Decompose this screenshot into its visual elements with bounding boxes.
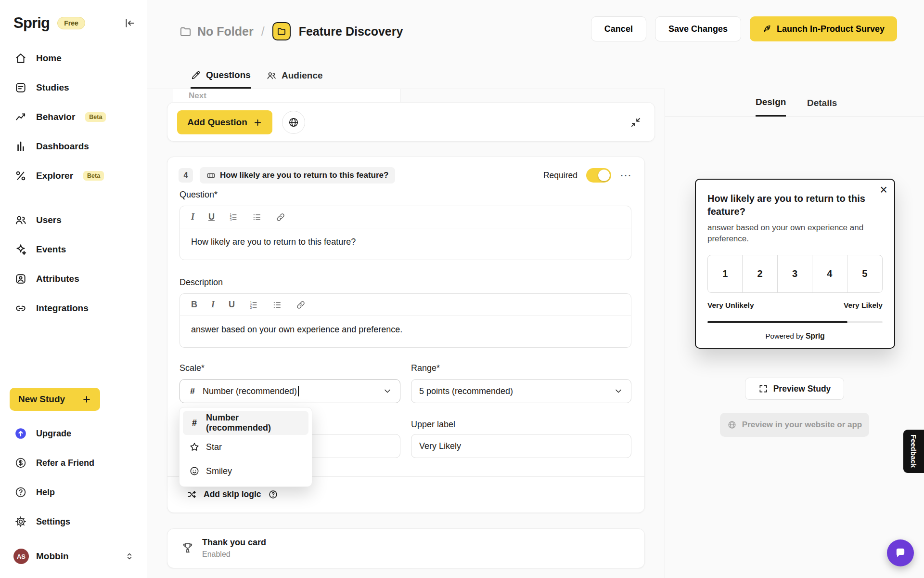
- beta-badge: Beta: [83, 171, 104, 181]
- svg-text:3: 3: [250, 305, 252, 309]
- feedback-tab[interactable]: Feedback: [903, 430, 924, 473]
- sidebar-item-dashboards[interactable]: Dashboards: [0, 131, 147, 161]
- sidebar-item-users[interactable]: Users: [0, 205, 147, 235]
- sidebar-item-label: Home: [36, 53, 62, 64]
- link-icon[interactable]: [276, 212, 285, 222]
- dots-menu-icon[interactable]: ⋯: [620, 171, 632, 180]
- sidebar-item-label: Behavior: [36, 112, 75, 122]
- rating-option-5[interactable]: 5: [847, 255, 882, 292]
- tab-audience[interactable]: Audience: [266, 63, 323, 89]
- hash-icon: #: [189, 418, 200, 428]
- thank-you-card[interactable]: Thank you card Enabled: [167, 528, 645, 568]
- launch-survey-button[interactable]: Launch In-Product Survey: [750, 16, 897, 41]
- italic-icon[interactable]: I: [191, 212, 194, 222]
- sidebar-item-behavior[interactable]: Behavior Beta: [0, 102, 147, 131]
- bullet-list-icon[interactable]: [272, 300, 282, 310]
- tab-questions[interactable]: Questions: [191, 63, 251, 89]
- question-title: How likely are you to return to this fea…: [220, 171, 388, 180]
- account-switcher[interactable]: AS Mobbin: [0, 543, 147, 569]
- preview-study-button[interactable]: Preview Study: [745, 378, 844, 400]
- right-panel: Design Details × How likely are you to r…: [665, 89, 924, 578]
- scale-select[interactable]: # Number (recommended): [180, 379, 400, 403]
- page-title: Feature Discovery: [299, 25, 403, 39]
- collapse-sidebar-icon[interactable]: [124, 17, 136, 29]
- tab-design[interactable]: Design: [756, 89, 786, 117]
- rating-option-3[interactable]: 3: [778, 255, 812, 292]
- link-icon[interactable]: [296, 300, 306, 310]
- preview-study-label: Preview Study: [773, 384, 831, 394]
- tab-label: Audience: [282, 70, 323, 81]
- plan-badge: Free: [57, 17, 85, 29]
- description-text-input[interactable]: answer based on your own experience and …: [180, 316, 631, 343]
- ordered-list-icon[interactable]: 123: [249, 300, 258, 310]
- sidebar-item-home[interactable]: Home: [0, 43, 147, 73]
- sidebar-item-attributes[interactable]: Attributes: [0, 264, 147, 293]
- sidebar-item-studies[interactable]: Studies: [0, 73, 147, 102]
- breadcrumb: No Folder / Feature Discovery: [179, 19, 403, 43]
- dropdown-option-star[interactable]: Star: [183, 435, 308, 459]
- shrink-icon[interactable]: [629, 116, 642, 129]
- star-icon: [189, 442, 200, 452]
- chat-fab-button[interactable]: [887, 539, 914, 566]
- cancel-button[interactable]: Cancel: [591, 16, 646, 41]
- tab-details[interactable]: Details: [807, 89, 837, 117]
- folder-icon: [179, 25, 192, 38]
- required-toggle[interactable]: [586, 168, 611, 183]
- bold-icon[interactable]: B: [191, 300, 197, 310]
- dropdown-option-number[interactable]: # Number (recommended): [183, 411, 308, 435]
- sidebar-item-settings[interactable]: Settings: [0, 510, 147, 534]
- close-icon[interactable]: ×: [880, 183, 887, 197]
- underline-icon[interactable]: U: [229, 300, 235, 310]
- upgrade-icon: [14, 427, 27, 440]
- description-editor: B I U 123 answer based on your own exper…: [180, 293, 631, 348]
- editor-toolbar-card: Add Question: [167, 102, 655, 142]
- sidebar-item-integrations[interactable]: Integrations: [0, 293, 147, 323]
- right-panel-tabs: Design Details: [665, 89, 924, 117]
- question-title-pill[interactable]: How likely are you to return to this fea…: [200, 167, 395, 184]
- required-label: Required: [543, 171, 578, 181]
- behavior-icon: [14, 111, 27, 123]
- sidebar-nav: Home Studies Behavior Beta Dashboards Ex…: [0, 43, 147, 323]
- italic-icon[interactable]: I: [211, 300, 215, 310]
- rating-option-4[interactable]: 4: [812, 255, 847, 292]
- question-editor-toolbar: I U 123: [180, 206, 631, 228]
- bullet-list-icon[interactable]: [252, 212, 262, 222]
- rocket-icon: [762, 24, 772, 34]
- range-field-label: Range*: [411, 363, 440, 373]
- add-question-button[interactable]: Add Question: [177, 110, 272, 134]
- avatar: AS: [13, 549, 29, 564]
- header-actions: Cancel Save Changes Launch In-Product Su…: [591, 16, 897, 41]
- question-text-input[interactable]: How likely are you to return to this fea…: [180, 228, 631, 256]
- chevron-down-icon: [614, 386, 623, 396]
- question-field-label: Question*: [180, 190, 218, 200]
- underline-icon[interactable]: U: [208, 212, 215, 222]
- range-select[interactable]: 5 points (recommended): [411, 379, 631, 403]
- study-folder-icon: [272, 22, 291, 40]
- footer-item-label: Settings: [36, 517, 70, 527]
- scale-mini-icon: [206, 171, 216, 180]
- upper-label-input[interactable]: [411, 434, 631, 458]
- preview-question-description: answer based on your own experience and …: [707, 223, 873, 245]
- sidebar-item-upgrade[interactable]: Upgrade: [0, 421, 147, 446]
- preview-in-app-button[interactable]: Preview in your website or app: [720, 413, 869, 437]
- rating-option-2[interactable]: 2: [743, 255, 777, 292]
- sidebar-item-help[interactable]: Help: [0, 480, 147, 504]
- description-editor-toolbar: B I U 123: [180, 294, 631, 316]
- dropdown-option-smiley[interactable]: Smiley: [183, 459, 308, 483]
- sidebar-item-label: Attributes: [36, 274, 79, 284]
- thank-you-title: Thank you card: [202, 538, 266, 548]
- breadcrumb-folder[interactable]: No Folder: [197, 25, 254, 39]
- scale-dropdown-menu: # Number (recommended) Star Smiley: [179, 407, 312, 487]
- preview-rating-scale: 1 2 3 4 5: [707, 255, 883, 293]
- new-study-button[interactable]: New Study: [10, 388, 100, 411]
- ordered-list-icon[interactable]: 123: [229, 212, 238, 222]
- save-changes-button[interactable]: Save Changes: [655, 16, 741, 41]
- sidebar-item-events[interactable]: Events: [0, 235, 147, 264]
- sidebar-item-refer[interactable]: Refer a Friend: [0, 451, 147, 475]
- preview-progress-bar: [707, 321, 883, 323]
- translations-button[interactable]: [282, 111, 305, 134]
- rating-option-1[interactable]: 1: [708, 255, 743, 292]
- sidebar-item-explorer[interactable]: Explorer Beta: [0, 161, 147, 190]
- add-question-label: Add Question: [187, 117, 247, 128]
- help-circle-icon[interactable]: [268, 489, 278, 499]
